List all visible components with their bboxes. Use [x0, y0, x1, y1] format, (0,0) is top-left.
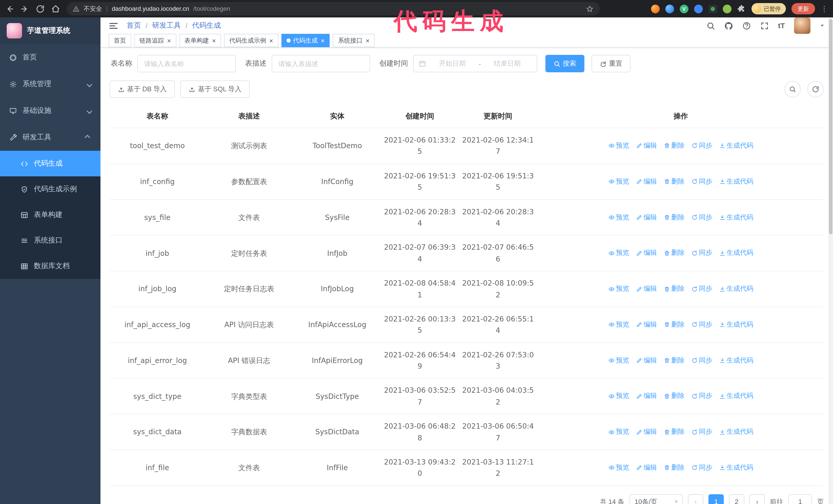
delete-link[interactable]: 删除: [664, 427, 685, 437]
tab-close-icon[interactable]: ×: [167, 37, 171, 44]
help-icon[interactable]: [742, 21, 751, 30]
table-name-input[interactable]: [137, 55, 236, 72]
sidebar-item-codegen-example[interactable]: 代码生成示例: [0, 176, 100, 202]
github-icon[interactable]: [724, 21, 733, 30]
scrollbar-track[interactable]: [828, 18, 833, 504]
profile-chip[interactable]: 已暂停: [752, 3, 786, 14]
toggle-search-button[interactable]: [784, 81, 801, 97]
tab[interactable]: 系统接口 ×: [333, 34, 375, 47]
tab[interactable]: 代码生成 ×: [281, 34, 330, 47]
extension-leaf-icon[interactable]: [723, 4, 732, 13]
delete-link[interactable]: 删除: [664, 319, 685, 330]
preview-link[interactable]: 预览: [608, 248, 629, 259]
generate-code-link[interactable]: 生成代码: [719, 462, 753, 473]
tab[interactable]: 表单构建 ×: [179, 34, 221, 47]
browser-update-button[interactable]: 更新: [791, 3, 815, 14]
tab-close-icon[interactable]: ×: [212, 37, 216, 44]
home-icon[interactable]: [51, 4, 60, 13]
sync-link[interactable]: 同步: [691, 319, 712, 330]
refresh-table-button[interactable]: [807, 81, 824, 97]
generate-code-link[interactable]: 生成代码: [719, 141, 753, 151]
page-button-2[interactable]: 2: [729, 494, 744, 504]
sidebar-item-db-docs[interactable]: 数据库文档: [0, 253, 100, 279]
sync-link[interactable]: 同步: [691, 284, 712, 294]
sync-link[interactable]: 同步: [691, 176, 712, 187]
next-page-button[interactable]: ›: [749, 494, 765, 504]
edit-link[interactable]: 编辑: [636, 141, 657, 151]
breadcrumb-devtools[interactable]: 研发工具: [152, 21, 181, 30]
sidebar-logo[interactable]: 芋道管理系统: [0, 18, 100, 44]
delete-link[interactable]: 删除: [664, 462, 685, 473]
preview-link[interactable]: 预览: [608, 319, 629, 330]
delete-link[interactable]: 删除: [664, 176, 685, 187]
delete-link[interactable]: 删除: [664, 141, 685, 151]
preview-link[interactable]: 预览: [608, 391, 629, 402]
generate-code-link[interactable]: 生成代码: [719, 176, 753, 187]
font-size-icon[interactable]: tT: [778, 22, 785, 30]
delete-link[interactable]: 删除: [664, 212, 685, 223]
sync-link[interactable]: 同步: [691, 355, 712, 366]
extension-people-icon[interactable]: [694, 4, 703, 13]
delete-link[interactable]: 删除: [664, 355, 685, 366]
extension-dark-icon[interactable]: [709, 4, 717, 13]
fullscreen-icon[interactable]: [760, 21, 769, 30]
preview-link[interactable]: 预览: [608, 355, 629, 366]
extensions-puzzle-icon[interactable]: [737, 4, 746, 13]
user-avatar[interactable]: [794, 18, 810, 34]
forward-icon[interactable]: [21, 4, 29, 13]
sidebar-item-system[interactable]: 系统管理: [0, 71, 100, 97]
sync-link[interactable]: 同步: [691, 248, 712, 259]
bookmark-star-icon[interactable]: [586, 5, 594, 13]
page-button-1[interactable]: 1: [709, 494, 724, 504]
scrollbar-thumb[interactable]: [829, 19, 832, 234]
sidebar-item-devtools[interactable]: 研发工具: [0, 124, 100, 151]
sync-link[interactable]: 同步: [691, 462, 712, 473]
import-sql-button[interactable]: 基于 SQL 导入: [181, 80, 250, 98]
edit-link[interactable]: 编辑: [636, 248, 657, 259]
sidebar-item-infra[interactable]: 基础设施: [0, 97, 100, 124]
tab[interactable]: 代码生成示例 ×: [224, 34, 278, 47]
sync-link[interactable]: 同步: [691, 391, 712, 402]
reset-button[interactable]: 重置: [592, 55, 630, 72]
date-start-placeholder[interactable]: 开始日期: [428, 59, 477, 68]
delete-link[interactable]: 删除: [664, 391, 685, 402]
sidebar-collapse-icon[interactable]: [109, 21, 118, 30]
import-db-button[interactable]: 基于 DB 导入: [110, 80, 175, 98]
table-desc-input[interactable]: [272, 55, 370, 72]
extension-drop-icon[interactable]: [665, 4, 674, 13]
edit-link[interactable]: 编辑: [636, 355, 657, 366]
generate-code-link[interactable]: 生成代码: [719, 355, 753, 366]
generate-code-link[interactable]: 生成代码: [719, 319, 753, 330]
tab[interactable]: 链路追踪 ×: [134, 34, 176, 47]
edit-link[interactable]: 编辑: [636, 462, 657, 473]
sync-link[interactable]: 同步: [691, 212, 712, 223]
browser-menu-icon[interactable]: ⋮: [821, 5, 828, 12]
generate-code-link[interactable]: 生成代码: [719, 284, 753, 294]
security-warning-label[interactable]: 不安全: [84, 4, 102, 13]
delete-link[interactable]: 删除: [664, 248, 685, 259]
edit-link[interactable]: 编辑: [636, 427, 657, 437]
preview-link[interactable]: 预览: [608, 176, 629, 187]
search-icon[interactable]: [706, 21, 715, 30]
date-range-picker[interactable]: 开始日期 - 结束日期: [413, 55, 537, 72]
prev-page-button[interactable]: ‹: [688, 494, 703, 504]
tab-close-icon[interactable]: ×: [321, 37, 325, 44]
avatar-caret-icon[interactable]: [820, 23, 825, 28]
preview-link[interactable]: 预览: [608, 212, 629, 223]
edit-link[interactable]: 编辑: [636, 319, 657, 330]
sidebar-item-api[interactable]: 系统接口: [0, 227, 100, 253]
extension-fox-icon[interactable]: [651, 4, 660, 13]
sidebar-item-codegen[interactable]: 代码生成: [0, 151, 100, 176]
reload-icon[interactable]: [36, 4, 45, 13]
generate-code-link[interactable]: 生成代码: [719, 427, 753, 437]
page-size-select[interactable]: 10条/页 ▾: [629, 494, 683, 504]
tab[interactable]: 首页: [109, 34, 131, 47]
sync-link[interactable]: 同步: [691, 427, 712, 437]
preview-link[interactable]: 预览: [608, 284, 629, 294]
preview-link[interactable]: 预览: [608, 462, 629, 473]
sidebar-item-home[interactable]: 首页: [0, 44, 100, 71]
address-bar[interactable]: 不安全 | dashboard.yudao.iocoder.cn/tool/co…: [67, 2, 600, 16]
delete-link[interactable]: 删除: [664, 284, 685, 294]
breadcrumb-home[interactable]: 首页: [127, 21, 141, 30]
date-end-placeholder[interactable]: 结束日期: [483, 59, 531, 68]
